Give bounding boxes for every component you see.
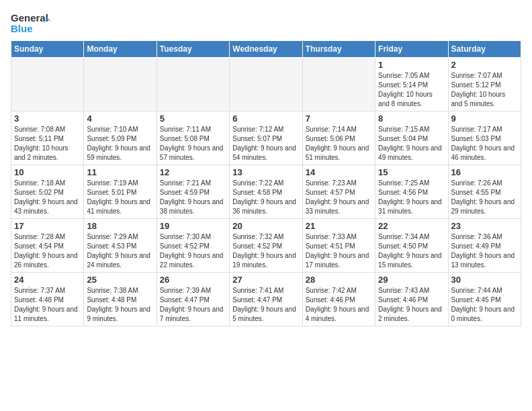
day-info: Sunrise: 7:11 AM Sunset: 5:08 PM Dayligh… <box>160 125 226 163</box>
day-info: Sunrise: 7:32 AM Sunset: 4:52 PM Dayligh… <box>232 232 299 270</box>
day-info: Sunrise: 7:28 AM Sunset: 4:54 PM Dayligh… <box>14 232 81 270</box>
weekday-header-tuesday: Tuesday <box>157 41 229 58</box>
day-number: 14 <box>306 167 372 177</box>
day-number: 26 <box>160 275 226 285</box>
calendar-cell: 18Sunrise: 7:29 AM Sunset: 4:53 PM Dayli… <box>84 219 157 273</box>
calendar-cell: 17Sunrise: 7:28 AM Sunset: 4:54 PM Dayli… <box>11 219 84 273</box>
calendar-cell: 24Sunrise: 7:37 AM Sunset: 4:48 PM Dayli… <box>11 273 84 326</box>
calendar-cell: 2Sunrise: 7:07 AM Sunset: 5:12 PM Daylig… <box>448 58 521 111</box>
calendar-cell: 12Sunrise: 7:21 AM Sunset: 4:59 PM Dayli… <box>157 165 229 219</box>
day-info: Sunrise: 7:38 AM Sunset: 4:48 PM Dayligh… <box>87 286 153 324</box>
day-info: Sunrise: 7:36 AM Sunset: 4:49 PM Dayligh… <box>451 232 518 270</box>
day-number: 9 <box>451 113 518 124</box>
day-info: Sunrise: 7:25 AM Sunset: 4:56 PM Dayligh… <box>378 179 445 216</box>
weekday-header-thursday: Thursday <box>302 41 375 58</box>
day-number: 8 <box>378 113 445 124</box>
weekday-header-saturday: Saturday <box>448 41 521 58</box>
day-info: Sunrise: 7:34 AM Sunset: 4:50 PM Dayligh… <box>378 232 445 270</box>
day-number: 4 <box>87 113 153 124</box>
day-number: 1 <box>378 60 445 70</box>
day-number: 19 <box>160 221 226 231</box>
calendar-cell: 4Sunrise: 7:10 AM Sunset: 5:09 PM Daylig… <box>84 111 157 165</box>
weekday-header-row: SundayMondayTuesdayWednesdayThursdayFrid… <box>11 41 521 58</box>
day-info: Sunrise: 7:44 AM Sunset: 4:45 PM Dayligh… <box>451 286 518 324</box>
day-info: Sunrise: 7:15 AM Sunset: 5:04 PM Dayligh… <box>378 125 445 163</box>
day-info: Sunrise: 7:26 AM Sunset: 4:55 PM Dayligh… <box>451 179 518 216</box>
day-number: 25 <box>87 275 153 285</box>
calendar-cell: 20Sunrise: 7:32 AM Sunset: 4:52 PM Dayli… <box>230 219 302 273</box>
calendar-cell: 9Sunrise: 7:17 AM Sunset: 5:03 PM Daylig… <box>448 111 521 165</box>
calendar-cell <box>157 58 229 111</box>
day-info: Sunrise: 7:10 AM Sunset: 5:09 PM Dayligh… <box>87 125 153 163</box>
calendar-cell <box>302 58 375 111</box>
svg-text:General: General <box>11 12 48 24</box>
day-info: Sunrise: 7:43 AM Sunset: 4:46 PM Dayligh… <box>378 286 445 324</box>
weekday-header-wednesday: Wednesday <box>230 41 302 58</box>
weekday-header-friday: Friday <box>375 41 448 58</box>
day-number: 17 <box>14 221 81 231</box>
svg-text:Blue: Blue <box>11 23 33 34</box>
calendar-cell: 19Sunrise: 7:30 AM Sunset: 4:52 PM Dayli… <box>157 219 229 273</box>
day-info: Sunrise: 7:07 AM Sunset: 5:12 PM Dayligh… <box>451 71 518 109</box>
day-info: Sunrise: 7:22 AM Sunset: 4:58 PM Dayligh… <box>232 179 299 216</box>
weekday-header-sunday: Sunday <box>11 41 84 58</box>
day-number: 23 <box>451 221 518 231</box>
calendar-week-4: 17Sunrise: 7:28 AM Sunset: 4:54 PM Dayli… <box>11 219 521 273</box>
day-info: Sunrise: 7:05 AM Sunset: 5:14 PM Dayligh… <box>378 71 445 109</box>
day-number: 29 <box>378 275 445 285</box>
calendar-cell: 22Sunrise: 7:34 AM Sunset: 4:50 PM Dayli… <box>375 219 448 273</box>
calendar-table: SundayMondayTuesdayWednesdayThursdayFrid… <box>11 40 521 326</box>
day-number: 27 <box>232 275 299 285</box>
day-info: Sunrise: 7:29 AM Sunset: 4:53 PM Dayligh… <box>87 232 153 270</box>
calendar-cell: 7Sunrise: 7:14 AM Sunset: 5:06 PM Daylig… <box>302 111 375 165</box>
calendar-cell: 1Sunrise: 7:05 AM Sunset: 5:14 PM Daylig… <box>375 58 448 111</box>
day-info: Sunrise: 7:41 AM Sunset: 4:47 PM Dayligh… <box>232 286 299 324</box>
day-info: Sunrise: 7:19 AM Sunset: 5:01 PM Dayligh… <box>87 179 153 216</box>
day-info: Sunrise: 7:17 AM Sunset: 5:03 PM Dayligh… <box>451 125 518 163</box>
calendar-cell: 23Sunrise: 7:36 AM Sunset: 4:49 PM Dayli… <box>448 219 521 273</box>
calendar-cell: 8Sunrise: 7:15 AM Sunset: 5:04 PM Daylig… <box>375 111 448 165</box>
calendar-cell: 27Sunrise: 7:41 AM Sunset: 4:47 PM Dayli… <box>230 273 302 326</box>
day-number: 2 <box>451 60 518 70</box>
day-number: 22 <box>378 221 445 231</box>
calendar-week-3: 10Sunrise: 7:18 AM Sunset: 5:02 PM Dayli… <box>11 165 521 219</box>
day-number: 28 <box>306 275 372 285</box>
calendar-cell: 29Sunrise: 7:43 AM Sunset: 4:46 PM Dayli… <box>375 273 448 326</box>
calendar-cell: 26Sunrise: 7:39 AM Sunset: 4:47 PM Dayli… <box>157 273 229 326</box>
day-number: 5 <box>160 113 226 124</box>
day-number: 30 <box>451 275 518 285</box>
day-info: Sunrise: 7:18 AM Sunset: 5:02 PM Dayligh… <box>14 179 81 216</box>
calendar-cell: 10Sunrise: 7:18 AM Sunset: 5:02 PM Dayli… <box>11 165 84 219</box>
day-number: 18 <box>87 221 153 231</box>
day-info: Sunrise: 7:39 AM Sunset: 4:47 PM Dayligh… <box>160 286 226 324</box>
calendar-cell: 21Sunrise: 7:33 AM Sunset: 4:51 PM Dayli… <box>302 219 375 273</box>
calendar-cell: 6Sunrise: 7:12 AM Sunset: 5:07 PM Daylig… <box>230 111 302 165</box>
calendar-cell: 30Sunrise: 7:44 AM Sunset: 4:45 PM Dayli… <box>448 273 521 326</box>
day-number: 24 <box>14 275 81 285</box>
day-number: 15 <box>378 167 445 177</box>
calendar-week-2: 3Sunrise: 7:08 AM Sunset: 5:11 PM Daylig… <box>11 111 521 165</box>
day-number: 3 <box>14 113 81 124</box>
day-number: 11 <box>87 167 153 177</box>
calendar-cell: 16Sunrise: 7:26 AM Sunset: 4:55 PM Dayli… <box>448 165 521 219</box>
logo: GeneralBlue <box>11 11 51 35</box>
calendar-cell: 11Sunrise: 7:19 AM Sunset: 5:01 PM Dayli… <box>84 165 157 219</box>
calendar-cell <box>230 58 302 111</box>
logo-svg: GeneralBlue <box>11 11 51 35</box>
day-number: 7 <box>306 113 372 124</box>
calendar-cell: 3Sunrise: 7:08 AM Sunset: 5:11 PM Daylig… <box>11 111 84 165</box>
calendar-cell <box>11 58 84 111</box>
calendar-week-5: 24Sunrise: 7:37 AM Sunset: 4:48 PM Dayli… <box>11 273 521 326</box>
calendar-cell: 14Sunrise: 7:23 AM Sunset: 4:57 PM Dayli… <box>302 165 375 219</box>
day-number: 13 <box>232 167 299 177</box>
calendar-week-1: 1Sunrise: 7:05 AM Sunset: 5:14 PM Daylig… <box>11 58 521 111</box>
calendar-cell: 28Sunrise: 7:42 AM Sunset: 4:46 PM Dayli… <box>302 273 375 326</box>
day-number: 10 <box>14 167 81 177</box>
calendar-cell: 15Sunrise: 7:25 AM Sunset: 4:56 PM Dayli… <box>375 165 448 219</box>
day-info: Sunrise: 7:08 AM Sunset: 5:11 PM Dayligh… <box>14 125 81 163</box>
day-info: Sunrise: 7:14 AM Sunset: 5:06 PM Dayligh… <box>306 125 372 163</box>
day-info: Sunrise: 7:30 AM Sunset: 4:52 PM Dayligh… <box>160 232 226 270</box>
day-number: 20 <box>232 221 299 231</box>
calendar-cell <box>84 58 157 111</box>
day-number: 21 <box>306 221 372 231</box>
